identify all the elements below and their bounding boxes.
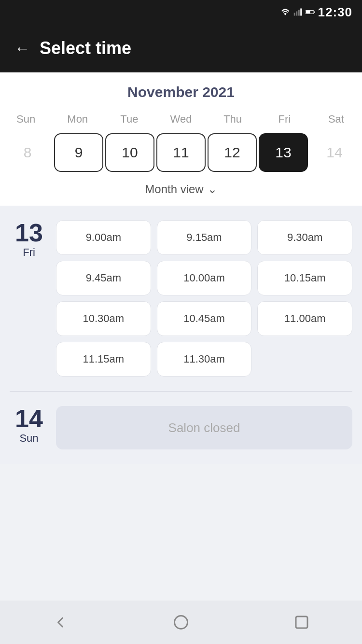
slots-grid-13: 9.00am 9.15am 9.30am 9.45am 10.00am 10.1… [56, 220, 352, 377]
day-name-14: Sun [10, 432, 48, 445]
slot-900am[interactable]: 9.00am [56, 220, 151, 255]
weekday-thu: Thu [207, 110, 259, 128]
slot-1030am[interactable]: 10.30am [56, 301, 151, 336]
day-label-13: 13 Fri [10, 220, 48, 259]
chevron-down-icon: ⌄ [208, 182, 217, 196]
signal-icon [293, 8, 303, 16]
day-number-13: 13 [10, 220, 48, 245]
svg-rect-2 [298, 10, 299, 16]
day-12[interactable]: 12 [208, 133, 257, 172]
back-button[interactable]: ← [14, 40, 30, 57]
calendar-section: November 2021 Sun Mon Tue Wed Thu Fri Sa… [0, 72, 362, 206]
header: ← Select time [0, 24, 362, 72]
weekday-fri: Fri [259, 110, 310, 128]
slot-1130am[interactable]: 11.30am [157, 342, 252, 377]
day-10[interactable]: 10 [105, 133, 154, 172]
svg-rect-6 [314, 12, 315, 13]
day-11[interactable]: 11 [156, 133, 206, 172]
slot-1045am[interactable]: 10.45am [157, 301, 252, 336]
weekday-sun: Sun [0, 110, 52, 128]
days-row: 8 9 10 11 12 13 14 [0, 133, 362, 172]
weekday-sat: Sat [310, 110, 362, 128]
nav-recent-button[interactable] [293, 614, 310, 631]
nav-back-button[interactable] [52, 614, 69, 631]
status-bar: 12:30 [0, 0, 362, 24]
nav-home-button[interactable] [172, 614, 190, 631]
svg-rect-5 [306, 11, 310, 14]
status-icons: 12:30 [280, 5, 353, 20]
day-13[interactable]: 13 [259, 133, 308, 172]
battery-icon [306, 8, 315, 16]
slots-section: 13 Fri 9.00am 9.15am 9.30am 9.45am 10.00… [0, 206, 362, 464]
weekday-wed: Wed [155, 110, 207, 128]
day-14[interactable]: 14 [310, 133, 359, 172]
month-view-toggle[interactable]: Month view ⌄ [0, 175, 362, 206]
wifi-icon [280, 8, 290, 16]
svg-rect-0 [293, 13, 295, 16]
weekdays-row: Sun Mon Tue Wed Thu Fri Sat [0, 110, 362, 128]
bottom-nav [0, 601, 362, 644]
month-year-label: November 2021 [0, 84, 362, 100]
day-9[interactable]: 9 [54, 133, 103, 172]
day-block-13: 13 Fri 9.00am 9.15am 9.30am 9.45am 10.00… [0, 206, 362, 391]
page-title: Select time [40, 38, 131, 58]
day-8[interactable]: 8 [3, 133, 52, 172]
day-name-13: Fri [10, 246, 48, 259]
slot-1115am[interactable]: 11.15am [56, 342, 151, 377]
slot-930am[interactable]: 9.30am [257, 220, 352, 255]
weekday-mon: Mon [52, 110, 103, 128]
status-time: 12:30 [318, 5, 353, 20]
slot-1100am[interactable]: 11.00am [257, 301, 352, 336]
slot-945am[interactable]: 9.45am [56, 261, 151, 295]
svg-rect-3 [300, 9, 302, 16]
day-number-14: 14 [10, 406, 48, 431]
month-view-label: Month view [145, 182, 203, 196]
weekday-tue: Tue [103, 110, 155, 128]
svg-rect-1 [296, 12, 297, 16]
svg-point-7 [175, 616, 188, 629]
salon-closed-message: Salon closed [56, 406, 352, 449]
slot-915am[interactable]: 9.15am [157, 220, 252, 255]
slot-1000am[interactable]: 10.00am [157, 261, 252, 295]
day-label-14: 14 Sun [10, 406, 48, 445]
slot-1015am[interactable]: 10.15am [257, 261, 352, 295]
svg-rect-8 [296, 616, 307, 628]
day-block-14: 14 Sun Salon closed [0, 392, 362, 464]
